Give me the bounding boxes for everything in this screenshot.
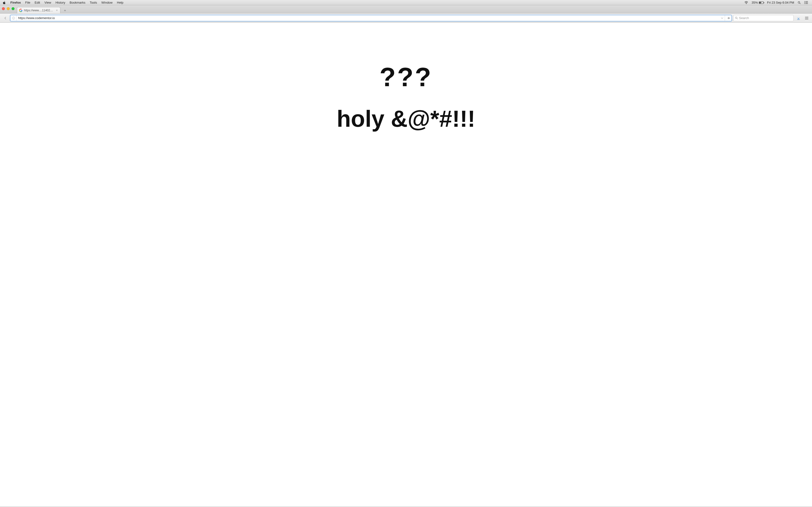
svg-point-0: [746, 3, 747, 4]
menu-file[interactable]: File: [23, 0, 33, 5]
menubar-left: Firefox File Edit View History Bookmarks…: [2, 0, 743, 5]
wifi-icon: [744, 1, 748, 4]
chevron-down-icon: [721, 17, 723, 19]
svg-point-12: [735, 17, 737, 18]
macos-menubar: Firefox File Edit View History Bookmarks…: [0, 0, 812, 5]
menu-history[interactable]: History: [53, 0, 67, 5]
svg-rect-14: [805, 17, 808, 17]
window-zoom-button[interactable]: [12, 7, 14, 10]
browser-tab[interactable]: https://www....11402884053 ×: [17, 7, 60, 13]
tabs: https://www....11402884053 × +: [17, 5, 68, 13]
download-icon: [796, 16, 801, 20]
search-bar[interactable]: [733, 15, 794, 21]
url-history-dropdown[interactable]: [719, 17, 725, 19]
svg-point-5: [804, 2, 805, 3]
svg-rect-16: [805, 19, 808, 19]
svg-line-2: [800, 3, 801, 4]
wifi-status[interactable]: [743, 1, 750, 4]
headline-2: holy &@*#!!!: [273, 107, 539, 130]
new-tab-button[interactable]: +: [62, 7, 68, 13]
window-controls: [2, 7, 14, 10]
url-input[interactable]: [17, 15, 719, 21]
svg-rect-6: [806, 2, 808, 3]
url-bar[interactable]: [10, 15, 732, 21]
info-icon: [12, 16, 15, 20]
tab-close-button[interactable]: ×: [55, 9, 58, 12]
app-menu-button[interactable]: [803, 15, 810, 21]
downloads-button[interactable]: [795, 15, 802, 21]
menu-view[interactable]: View: [42, 0, 53, 5]
apple-menu[interactable]: [2, 1, 8, 4]
browser-window: https://www....11402884053 × +: [0, 5, 812, 507]
battery-status[interactable]: 35% ⚡︎: [750, 0, 765, 5]
list-icon: [804, 1, 808, 4]
back-button[interactable]: [2, 15, 9, 21]
menubar-right: 35% ⚡︎ Fri 23 Sep 6:04 PM: [743, 0, 810, 5]
svg-rect-15: [805, 18, 808, 18]
menu-bookmarks[interactable]: Bookmarks: [67, 0, 88, 5]
go-button[interactable]: [725, 15, 731, 21]
svg-rect-8: [806, 3, 808, 4]
search-icon: [735, 16, 738, 19]
app-menu[interactable]: Firefox: [8, 0, 23, 5]
battery-percent-text: 35%: [752, 0, 758, 5]
notification-center[interactable]: [803, 1, 810, 4]
tab-bar: https://www....11402884053 × +: [0, 5, 812, 13]
menu-tools[interactable]: Tools: [88, 0, 99, 5]
window-minimize-button[interactable]: [7, 7, 10, 10]
svg-point-1: [798, 1, 800, 3]
menu-edit[interactable]: Edit: [33, 0, 42, 5]
menu-window[interactable]: Window: [99, 0, 115, 5]
search-icon: [798, 1, 801, 4]
tab-title: https://www....11402884053: [24, 9, 54, 12]
headline-1: ???: [273, 64, 539, 90]
svg-point-3: [804, 1, 805, 2]
slide-content: ??? holy &@*#!!!: [273, 64, 539, 130]
window-close-button[interactable]: [2, 7, 5, 10]
battery-icon: ⚡︎: [759, 1, 764, 4]
page-viewport: ??? holy &@*#!!!: [0, 23, 812, 507]
svg-line-13: [737, 18, 738, 19]
nav-toolbar: [0, 13, 812, 23]
svg-point-7: [804, 3, 805, 4]
spotlight[interactable]: [796, 1, 803, 4]
svg-rect-4: [806, 1, 808, 2]
google-favicon-icon: [19, 9, 22, 12]
arrow-right-icon: [727, 16, 730, 20]
apple-logo-icon: [2, 1, 6, 4]
arrow-left-icon: [3, 16, 7, 20]
site-identity-button[interactable]: [10, 15, 17, 21]
search-input[interactable]: [739, 16, 792, 20]
hamburger-icon: [805, 16, 809, 20]
menu-help[interactable]: Help: [115, 0, 126, 5]
clock[interactable]: Fri 23 Sep 6:04 PM: [765, 0, 796, 5]
